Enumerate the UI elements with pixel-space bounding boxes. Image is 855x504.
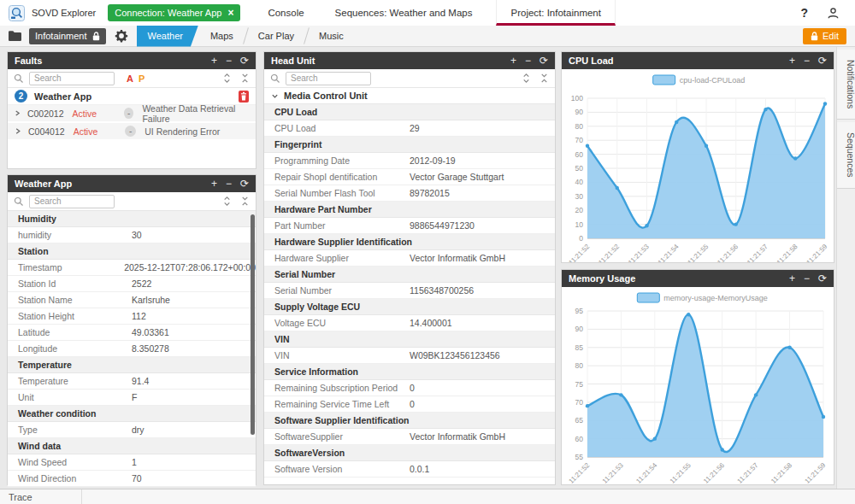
headunit-parameter-list: CPU LoadCPU Load29FingerprintProgramming… [264, 104, 555, 478]
parameter-value: 30 [132, 230, 142, 240]
nav-sequences[interactable]: Sequences: Weather and Maps [332, 0, 476, 26]
parameter-row: Programming Date2012-09-19 [264, 153, 555, 169]
panel-refresh-icon[interactable]: ⟳ [818, 273, 827, 284]
folder-icon[interactable] [8, 30, 22, 42]
parameter-row: Station Height112 [8, 308, 256, 325]
memory-panel-header: Memory Usage + − ⟳ [562, 270, 834, 287]
user-icon[interactable] [827, 7, 840, 20]
panel-minimize-icon[interactable]: − [226, 56, 232, 66]
svg-text:11:21:55: 11:21:55 [686, 243, 710, 262]
svg-text:90: 90 [575, 108, 584, 116]
svg-text:80: 80 [575, 361, 584, 370]
section-header-row: Hardware Supplier Identification [264, 234, 555, 250]
expand-all-icon[interactable] [222, 73, 232, 84]
faults-search-input[interactable] [29, 72, 115, 85]
parameter-row: Hardware SupplierVector Informatik GmbH [264, 250, 555, 267]
panel-refresh-icon[interactable]: ⟳ [540, 56, 548, 66]
fault-row[interactable]: C002012Active-Weather Data Retrieval Fai… [8, 105, 256, 121]
chevron-right-icon[interactable] [15, 109, 21, 117]
parameter-row: Typedry [8, 422, 256, 438]
fault-row[interactable]: C004012Active-UI Rendering Error [8, 123, 256, 139]
section-header-row: Wind data [8, 438, 256, 454]
headunit-panel-header: Head Unit + − ⟳ [264, 52, 555, 69]
fault-description: UI Rendering Error [144, 126, 220, 137]
chevron-down-icon [271, 92, 279, 100]
tab-weather[interactable]: Weather [137, 26, 198, 47]
parameter-row: Wind Direction70 [8, 471, 256, 487]
delete-faults-button[interactable] [239, 91, 249, 103]
section-header-row: Station [8, 243, 256, 260]
tree-node-label: Media Control Unit [284, 91, 368, 101]
parameter-label: Part Number [264, 220, 410, 231]
tab-music[interactable]: Music [307, 26, 356, 47]
parameter-row: Serial Number1156348700256 [264, 283, 555, 299]
panel-refresh-icon[interactable]: ⟳ [240, 56, 249, 66]
panel-add-icon[interactable]: + [211, 56, 217, 66]
tab-car-play[interactable]: Car Play [246, 26, 306, 47]
svg-text:70: 70 [575, 398, 584, 407]
trace-tab[interactable]: Trace [0, 489, 82, 504]
connection-badge[interactable]: Connection: Weather App × [108, 4, 240, 21]
panel-minimize-icon[interactable]: − [525, 56, 531, 66]
collapse-all-icon[interactable] [240, 196, 250, 207]
svg-text:20: 20 [575, 206, 584, 214]
nav-console[interactable]: Console [264, 0, 307, 26]
tree-node-media-control-unit[interactable]: Media Control Unit [264, 88, 555, 104]
panel-add-icon[interactable]: + [510, 56, 516, 66]
panel-add-icon[interactable]: + [789, 56, 795, 66]
parameter-label: Longitude [8, 343, 132, 354]
gear-icon[interactable] [115, 29, 128, 43]
expand-all-icon[interactable] [522, 73, 531, 84]
svg-text:11:21:58: 11:21:58 [770, 461, 793, 484]
parameter-label: Remaining Service Time Left [264, 399, 410, 409]
tab-maps[interactable]: Maps [198, 26, 245, 47]
expand-all-icon[interactable] [222, 196, 232, 207]
panel-title: Faults [15, 56, 42, 66]
parameter-label: Serial Number Flash Tool [264, 188, 410, 198]
sovd-logo-icon [9, 5, 25, 21]
parameter-label: VIN [264, 350, 410, 360]
chart-legend[interactable]: memory-usage-MemoryUsage [637, 293, 768, 302]
panel-minimize-icon[interactable]: − [804, 273, 810, 284]
parameter-label: SoftwareSupplier [264, 431, 410, 442]
parameter-label: Voltage ECU [264, 318, 410, 328]
parameter-value: 14.400001 [410, 318, 452, 328]
help-icon[interactable]: ? [800, 6, 808, 20]
fault-status: Active [73, 108, 97, 119]
weather-search-input[interactable] [29, 195, 115, 208]
parameter-value: 9886544971230 [410, 220, 475, 231]
panel-add-icon[interactable]: + [789, 273, 795, 284]
faults-panel: Faults + − ⟳ A P [7, 51, 256, 169]
parameter-label: Unit [8, 392, 132, 402]
parameter-row: Voltage ECU14.400001 [264, 315, 555, 331]
panel-minimize-icon[interactable]: − [804, 56, 810, 66]
connection-close-icon[interactable]: × [227, 7, 233, 19]
chart-legend[interactable]: cpu-load-CPULoad [653, 75, 746, 85]
svg-text:70: 70 [575, 136, 584, 144]
edit-button[interactable]: Edit [803, 28, 846, 44]
parameter-row: Software Version0.0.1 [264, 461, 555, 478]
panel-add-icon[interactable]: + [211, 179, 217, 189]
rail-tab-notifications[interactable]: Notifications [837, 50, 855, 120]
panel-minimize-icon[interactable]: − [226, 179, 232, 189]
project-badge[interactable]: Infotainment [29, 28, 106, 44]
headunit-search-input[interactable] [286, 72, 371, 85]
memory-usage-chart: memory-usage-MemoryUsage5560657075808590… [562, 287, 834, 484]
filter-active-toggle[interactable]: A [127, 73, 133, 84]
rail-tab-sequences[interactable]: Sequences [837, 122, 855, 189]
scrollbar-thumb[interactable] [251, 214, 255, 435]
parameter-value: 91.4 [132, 376, 149, 386]
section-header-row: Weather condition [8, 406, 256, 422]
panel-refresh-icon[interactable]: ⟳ [240, 179, 249, 189]
collapse-all-icon[interactable] [540, 73, 549, 84]
lock-icon [92, 32, 100, 41]
chevron-right-icon[interactable] [15, 127, 21, 135]
filter-passive-toggle[interactable]: P [139, 73, 144, 84]
collapse-all-icon[interactable] [240, 73, 250, 84]
parameter-row: Remaining Subscription Period0 [264, 380, 555, 396]
parameter-label: Timestamp [8, 262, 124, 273]
section-header-row: Supply Voltage ECU [264, 299, 555, 315]
nav-project-active-tab[interactable]: Project: Infotainment [496, 0, 615, 26]
faults-row-icons [222, 73, 250, 84]
panel-refresh-icon[interactable]: ⟳ [818, 56, 827, 66]
